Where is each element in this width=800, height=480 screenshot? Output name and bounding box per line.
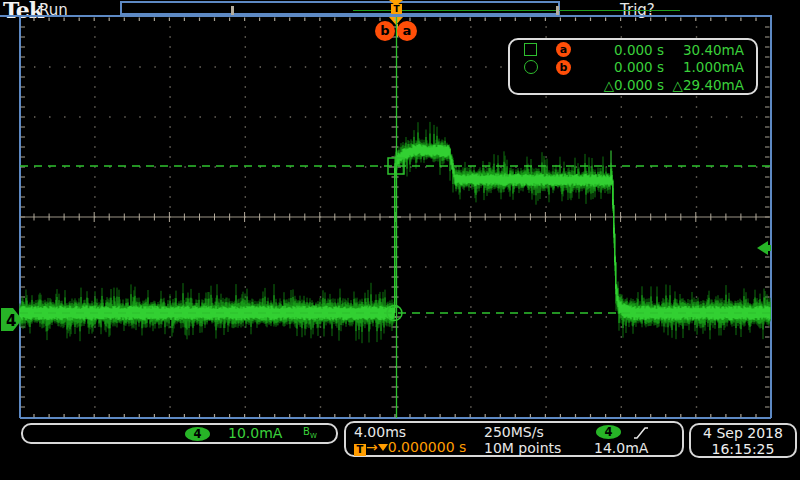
trigger-level-arrow-tail	[768, 245, 771, 251]
trigger-level-arrow[interactable]	[757, 241, 768, 255]
cursor-a-badge[interactable]: a	[397, 21, 417, 41]
cursor-a-value: 30.40mA	[664, 42, 744, 58]
cursor-b-circle-icon	[524, 60, 538, 74]
channel4-scale: 10.0mA	[228, 425, 282, 441]
horizontal-trigger-box[interactable]: 4.00ms 250MS/s 4 T→0.000000 s 10M points…	[344, 421, 684, 457]
trigger-arrow-icon: →	[366, 439, 378, 455]
channel4-settings-box[interactable]: 4 10.0mA BW	[21, 423, 338, 444]
cursor-a-time: 0.000 s	[584, 42, 664, 58]
oscilloscope-screen: Tek Run Trig? T b a 4 a 0.000 s 30.40mA …	[0, 0, 800, 480]
cursor-delta-value: △29.40mA	[664, 77, 744, 93]
trigger-source-badge: 4	[596, 425, 621, 439]
channel4-badge: 4	[185, 427, 210, 441]
channel4-marker-label: 4	[6, 312, 16, 330]
cursor-a-square-icon	[524, 43, 537, 56]
timebase-readout: 4.00ms	[354, 424, 406, 440]
record-length-readout: 10M points	[484, 440, 561, 456]
cursor-readout-panel: a 0.000 s 30.40mA b 0.000 s 1.000mA △0.0…	[508, 38, 758, 95]
date-readout: 4 Sep 2018	[691, 425, 795, 441]
cursor-b-badge[interactable]: b	[375, 21, 395, 41]
cursor-a-readout-badge: a	[556, 42, 571, 57]
cursor-b-value: 1.000mA	[664, 59, 744, 75]
trigger-level-readout: 14.0mA	[594, 440, 648, 456]
time-readout: 16:15:25	[691, 441, 795, 457]
trigger-position-readout: T→0.000000 s	[354, 439, 466, 456]
bandwidth-limit-indicator: BW	[303, 426, 317, 440]
datetime-box: 4 Sep 2018 16:15:25	[689, 423, 797, 458]
trigger-t-icon: T	[354, 444, 366, 456]
cursor-b-readout-badge: b	[556, 60, 571, 75]
sample-rate-readout: 250MS/s	[484, 424, 544, 440]
rising-edge-slope-icon	[633, 425, 649, 440]
cursor-delta-time: △0.000 s	[584, 77, 664, 93]
trigger-triangle-icon	[378, 444, 388, 451]
cursor-b-time: 0.000 s	[584, 59, 664, 75]
